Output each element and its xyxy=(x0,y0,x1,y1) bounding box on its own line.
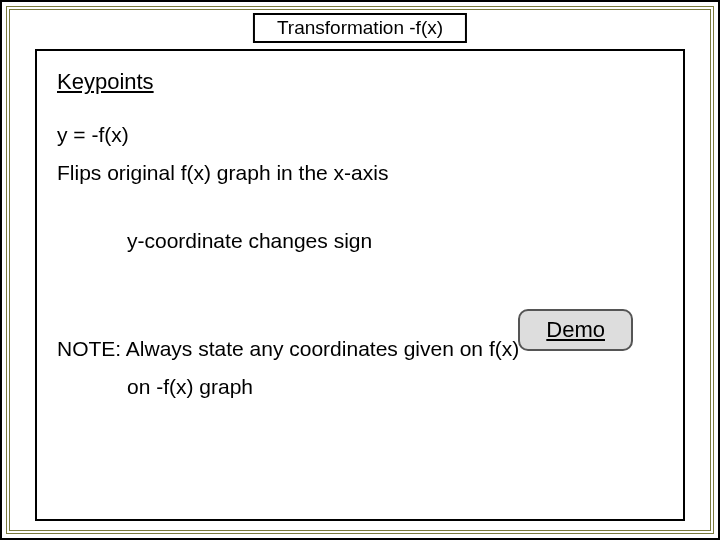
description-line: Flips original f(x) graph in the x-axis xyxy=(57,161,663,185)
equation-line: y = -f(x) xyxy=(57,123,663,147)
note-line-2: on -f(x) graph xyxy=(127,375,663,399)
slide-title: Transformation -f(x) xyxy=(277,17,443,38)
slide-content: Transformation -f(x) Keypoints y = -f(x)… xyxy=(13,13,707,527)
demo-button[interactable]: Demo xyxy=(518,309,633,351)
slide-border: Transformation -f(x) Keypoints y = -f(x)… xyxy=(6,6,714,534)
title-box: Transformation -f(x) xyxy=(253,13,467,43)
slide-outer-frame: Transformation -f(x) Keypoints y = -f(x)… xyxy=(0,0,720,540)
coord-note-line: y-coordinate changes sign xyxy=(127,229,663,253)
keypoints-heading: Keypoints xyxy=(57,69,663,95)
content-box: Keypoints y = -f(x) Flips original f(x) … xyxy=(35,49,685,521)
demo-label: Demo xyxy=(546,317,605,342)
